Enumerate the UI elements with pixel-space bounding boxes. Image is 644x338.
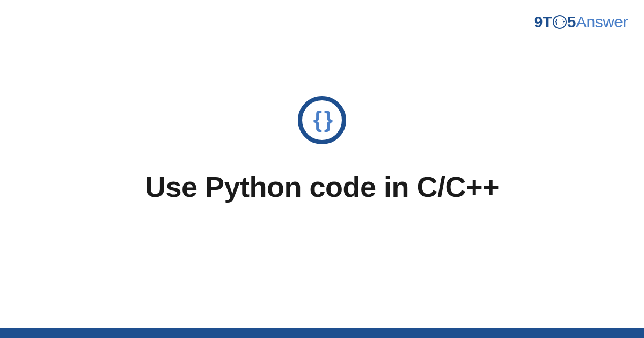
code-braces-glyph: { } — [313, 108, 331, 131]
brand-text-5: 5 — [567, 13, 576, 31]
main-content: { } Use Python code in C/C++ — [0, 96, 644, 203]
brand-logo: 9T { } 5 Answer — [534, 13, 628, 31]
code-braces-icon: { } — [298, 96, 346, 144]
brand-o-icon: { } — [553, 15, 567, 29]
page-title: Use Python code in C/C++ — [145, 170, 499, 203]
bottom-accent-bar — [0, 328, 644, 338]
brand-text-9t: 9T — [534, 13, 552, 31]
brand-o-circle — [553, 15, 567, 29]
brand-text-answer: Answer — [576, 13, 628, 31]
